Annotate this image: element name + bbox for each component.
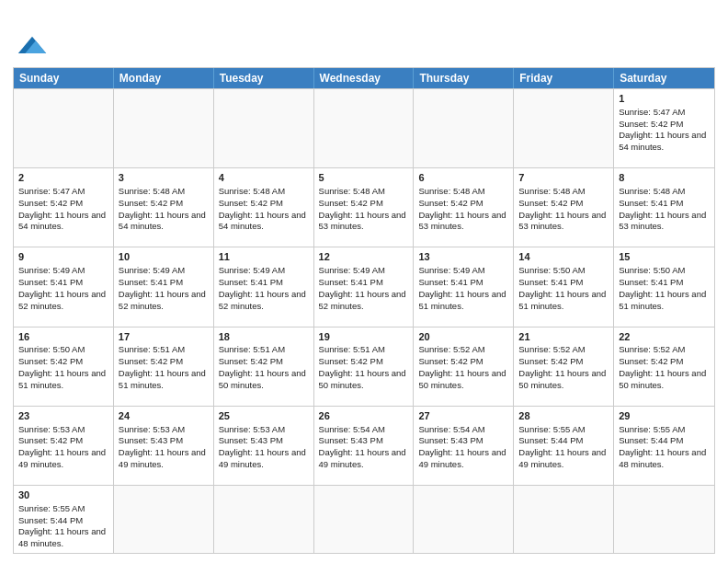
daylight-label: Daylight: 11 hours and 54 minutes.	[18, 210, 106, 232]
day-header-thursday: Thursday	[414, 68, 514, 88]
daylight-label: Daylight: 11 hours and 54 minutes.	[119, 210, 206, 232]
calendar-cell-9: 9Sunrise: 5:49 AMSunset: 5:41 PMDaylight…	[14, 247, 114, 326]
sunrise-label: Sunrise: 5:48 AM	[119, 186, 185, 196]
daylight-label: Daylight: 11 hours and 48 minutes.	[18, 526, 106, 548]
calendar-cell-13: 13Sunrise: 5:49 AMSunset: 5:41 PMDayligh…	[414, 247, 514, 326]
sunrise-label: Sunrise: 5:49 AM	[119, 265, 185, 275]
calendar-cell-empty	[114, 486, 214, 553]
sunrise-label: Sunrise: 5:52 AM	[619, 344, 685, 354]
sunset-label: Sunset: 5:42 PM	[619, 356, 683, 366]
calendar-cell-12: 12Sunrise: 5:49 AMSunset: 5:41 PMDayligh…	[314, 247, 415, 326]
sunrise-label: Sunrise: 5:54 AM	[319, 424, 385, 434]
day-number: 10	[119, 250, 209, 264]
calendar-cell-empty	[514, 89, 614, 167]
day-number: 7	[518, 171, 609, 185]
sunrise-label: Sunrise: 5:53 AM	[18, 424, 85, 434]
calendar-cell-6: 6Sunrise: 5:48 AMSunset: 5:42 PMDaylight…	[414, 168, 514, 247]
sunrise-label: Sunrise: 5:48 AM	[518, 186, 585, 196]
day-header-saturday: Saturday	[614, 68, 714, 88]
calendar-week-0: 1Sunrise: 5:47 AMSunset: 5:42 PMDaylight…	[14, 88, 714, 167]
calendar: SundayMondayTuesdayWednesdayThursdayFrid…	[13, 67, 715, 554]
calendar-week-2: 9Sunrise: 5:49 AMSunset: 5:41 PMDaylight…	[14, 247, 714, 326]
sunset-label: Sunset: 5:42 PM	[119, 198, 183, 208]
calendar-cell-25: 25Sunrise: 5:53 AMSunset: 5:43 PMDayligh…	[214, 407, 314, 485]
daylight-label: Daylight: 11 hours and 49 minutes.	[319, 447, 406, 469]
daylight-label: Daylight: 11 hours and 50 minutes.	[619, 368, 706, 390]
daylight-label: Daylight: 11 hours and 53 minutes.	[619, 210, 706, 232]
daylight-label: Daylight: 11 hours and 49 minutes.	[18, 447, 106, 469]
day-header-friday: Friday	[514, 68, 614, 88]
sunrise-label: Sunrise: 5:47 AM	[18, 186, 85, 196]
sunset-label: Sunset: 5:42 PM	[518, 356, 583, 366]
calendar-cell-24: 24Sunrise: 5:53 AMSunset: 5:43 PMDayligh…	[114, 407, 214, 485]
daylight-label: Daylight: 11 hours and 49 minutes.	[418, 447, 506, 469]
daylight-label: Daylight: 11 hours and 52 minutes.	[219, 289, 306, 311]
day-number: 21	[518, 330, 609, 344]
sunrise-label: Sunrise: 5:50 AM	[619, 265, 685, 275]
calendar-header: SundayMondayTuesdayWednesdayThursdayFrid…	[14, 68, 714, 88]
day-number: 8	[619, 171, 710, 185]
sunrise-label: Sunrise: 5:51 AM	[319, 344, 385, 354]
calendar-cell-27: 27Sunrise: 5:54 AMSunset: 5:43 PMDayligh…	[414, 407, 514, 485]
day-number: 14	[518, 250, 609, 264]
calendar-cell-14: 14Sunrise: 5:50 AMSunset: 5:41 PMDayligh…	[514, 247, 614, 326]
daylight-label: Daylight: 11 hours and 52 minutes.	[319, 289, 406, 311]
sunset-label: Sunset: 5:44 PM	[18, 515, 83, 525]
sunset-label: Sunset: 5:43 PM	[119, 435, 183, 445]
sunrise-label: Sunrise: 5:52 AM	[518, 344, 585, 354]
day-number: 19	[319, 330, 409, 344]
sunset-label: Sunset: 5:42 PM	[18, 356, 83, 366]
calendar-cell-11: 11Sunrise: 5:49 AMSunset: 5:41 PMDayligh…	[214, 247, 314, 326]
calendar-cell-empty	[614, 486, 714, 553]
daylight-label: Daylight: 11 hours and 50 minutes.	[418, 368, 506, 390]
day-number: 3	[119, 171, 209, 185]
daylight-label: Daylight: 11 hours and 50 minutes.	[219, 368, 306, 390]
calendar-cell-1: 1Sunrise: 5:47 AMSunset: 5:42 PMDaylight…	[614, 89, 714, 167]
daylight-label: Daylight: 11 hours and 48 minutes.	[619, 447, 706, 469]
calendar-week-3: 16Sunrise: 5:50 AMSunset: 5:42 PMDayligh…	[14, 327, 714, 406]
day-number: 12	[319, 250, 409, 264]
sunset-label: Sunset: 5:42 PM	[119, 356, 183, 366]
calendar-cell-empty	[414, 486, 514, 553]
sunset-label: Sunset: 5:42 PM	[418, 356, 483, 366]
calendar-cell-19: 19Sunrise: 5:51 AMSunset: 5:42 PMDayligh…	[314, 327, 415, 406]
calendar-cell-29: 29Sunrise: 5:55 AMSunset: 5:44 PMDayligh…	[614, 407, 714, 485]
day-number: 4	[219, 171, 309, 185]
sunrise-label: Sunrise: 5:48 AM	[319, 186, 385, 196]
day-number: 29	[619, 409, 710, 423]
day-number: 20	[418, 330, 508, 344]
sunrise-label: Sunrise: 5:48 AM	[219, 186, 285, 196]
daylight-label: Daylight: 11 hours and 54 minutes.	[219, 210, 306, 232]
day-number: 26	[319, 409, 409, 423]
sunset-label: Sunset: 5:41 PM	[319, 277, 383, 287]
sunset-label: Sunset: 5:42 PM	[518, 198, 583, 208]
daylight-label: Daylight: 11 hours and 51 minutes.	[619, 289, 706, 311]
day-number: 22	[619, 330, 710, 344]
daylight-label: Daylight: 11 hours and 53 minutes.	[518, 210, 606, 232]
sunrise-label: Sunrise: 5:53 AM	[119, 424, 185, 434]
sunset-label: Sunset: 5:41 PM	[619, 277, 683, 287]
calendar-cell-20: 20Sunrise: 5:52 AMSunset: 5:42 PMDayligh…	[414, 327, 514, 406]
day-header-sunday: Sunday	[14, 68, 114, 88]
daylight-label: Daylight: 11 hours and 51 minutes.	[518, 289, 606, 311]
sunrise-label: Sunrise: 5:52 AM	[418, 344, 484, 354]
daylight-label: Daylight: 11 hours and 49 minutes.	[219, 447, 306, 469]
sunrise-label: Sunrise: 5:54 AM	[418, 424, 484, 434]
daylight-label: Daylight: 11 hours and 49 minutes.	[518, 447, 606, 469]
daylight-label: Daylight: 11 hours and 54 minutes.	[619, 130, 706, 152]
sunrise-label: Sunrise: 5:47 AM	[619, 107, 685, 117]
day-header-monday: Monday	[114, 68, 214, 88]
day-number: 16	[18, 330, 108, 344]
day-number: 23	[18, 409, 108, 423]
day-header-wednesday: Wednesday	[314, 68, 415, 88]
logo	[13, 13, 50, 62]
sunrise-label: Sunrise: 5:53 AM	[219, 424, 285, 434]
header	[13, 9, 715, 62]
calendar-cell-8: 8Sunrise: 5:48 AMSunset: 5:41 PMDaylight…	[614, 168, 714, 247]
daylight-label: Daylight: 11 hours and 50 minutes.	[319, 368, 406, 390]
calendar-cell-22: 22Sunrise: 5:52 AMSunset: 5:42 PMDayligh…	[614, 327, 714, 406]
daylight-label: Daylight: 11 hours and 51 minutes.	[418, 289, 506, 311]
sunset-label: Sunset: 5:41 PM	[18, 277, 83, 287]
day-number: 1	[619, 92, 710, 106]
logo-icon	[15, 30, 50, 58]
